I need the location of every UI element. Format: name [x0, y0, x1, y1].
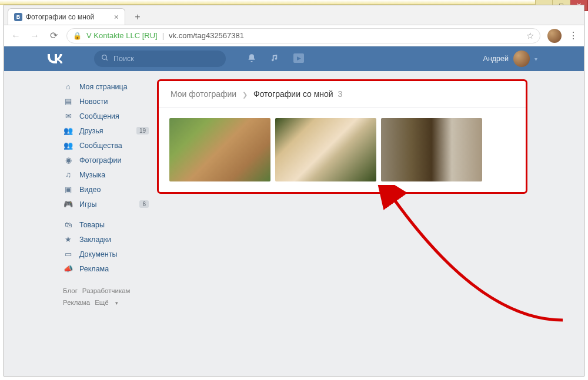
chevron-down-icon: ▾ — [115, 300, 118, 306]
footer-devs-link[interactable]: Разработчикам — [82, 287, 131, 294]
svg-point-0 — [102, 55, 107, 60]
address-bar-row: ← → ⟳ 🔒 V Kontakte LLC [RU] | vk.com/tag… — [4, 25, 584, 46]
star-icon: ★ — [63, 235, 74, 244]
bookmark-star-icon[interactable]: ☆ — [526, 31, 534, 41]
photo-thumbnail[interactable] — [381, 118, 482, 181]
sidebar-item-music[interactable]: ♫Музыка — [61, 167, 149, 182]
note-icon: ♫ — [63, 170, 74, 179]
sidebar-item-games[interactable]: 🎮Игры6 — [61, 197, 149, 211]
megaphone-icon: 📣 — [63, 264, 74, 273]
sidebar-item-documents[interactable]: ▭Документы — [61, 247, 149, 261]
sidebar-item-ads[interactable]: 📣Реклама — [61, 261, 149, 276]
search-input[interactable]: Поиск — [94, 51, 226, 67]
window-titlebar: — □ ✕ — [0, 0, 588, 5]
page-body: ⌂Моя страница ▤Новости ✉Сообщения 👥Друзь… — [4, 71, 584, 376]
tab-strip: B Фотографии со мной × + — [4, 5, 584, 25]
photo-grid — [159, 107, 526, 192]
vk-favicon: B — [14, 13, 22, 21]
footer-ads-link[interactable]: Реклама — [63, 299, 90, 306]
sidebar: ⌂Моя страница ▤Новости ✉Сообщения 👥Друзь… — [61, 79, 149, 376]
address-bar[interactable]: 🔒 V Kontakte LLC [RU] | vk.com/tag432567… — [66, 28, 540, 43]
notifications-icon[interactable] — [247, 53, 256, 65]
photo-count: 3 — [338, 89, 343, 99]
friends-icon: 👥 — [63, 126, 74, 135]
news-icon: ▤ — [63, 97, 74, 106]
chevron-down-icon: ▾ — [534, 56, 537, 62]
breadcrumb: Мои фотографии ❯ Фотографии со мной 3 — [159, 81, 526, 107]
bag-icon: 🛍 — [63, 220, 74, 229]
forward-button[interactable]: → — [29, 31, 41, 41]
play-icon[interactable]: ▶ — [293, 53, 304, 63]
photos-card: Мои фотографии ❯ Фотографии со мной 3 — [157, 79, 527, 194]
content-area: Мои фотографии ❯ Фотографии со мной 3 — [157, 79, 527, 376]
search-icon — [101, 54, 109, 63]
site-org: V Kontakte LLC [RU] — [86, 31, 158, 40]
annotation-arrow — [375, 185, 574, 334]
vk-header: Поиск ▶ Андрей ▾ — [4, 46, 584, 71]
lock-icon: 🔒 — [73, 32, 82, 40]
home-icon: ⌂ — [63, 82, 74, 91]
music-icon[interactable] — [270, 53, 279, 65]
site-url: vk.com/tag432567381 — [169, 31, 244, 40]
browser-menu-icon[interactable]: ⋮ — [569, 30, 578, 41]
video-icon: ▣ — [63, 185, 74, 194]
chevron-right-icon: ❯ — [242, 91, 248, 98]
user-menu[interactable]: Андрей ▾ — [483, 51, 537, 67]
camera-icon: ◉ — [63, 156, 74, 164]
sidebar-item-videos[interactable]: ▣Видео — [61, 182, 149, 197]
breadcrumb-current: Фотографии со мной — [253, 89, 333, 99]
game-icon: 🎮 — [63, 200, 74, 209]
doc-icon: ▭ — [63, 250, 74, 258]
search-placeholder: Поиск — [113, 55, 134, 63]
reload-button[interactable]: ⟳ — [48, 30, 59, 41]
back-button[interactable]: ← — [10, 31, 22, 41]
sidebar-item-bookmarks[interactable]: ★Закладки — [61, 232, 149, 247]
sidebar-item-friends[interactable]: 👥Друзья19 — [61, 123, 149, 138]
vk-logo[interactable] — [44, 52, 65, 66]
messages-icon: ✉ — [63, 112, 74, 120]
sidebar-item-communities[interactable]: 👥Сообщества — [61, 138, 149, 153]
profile-avatar-icon[interactable] — [547, 29, 562, 43]
new-tab-button[interactable]: + — [130, 9, 145, 25]
svg-line-1 — [106, 59, 108, 60]
footer-more-link[interactable]: Ещё ▾ — [95, 299, 123, 306]
sidebar-item-news[interactable]: ▤Новости — [61, 94, 149, 109]
sidebar-footer: БлогРазработчикам РекламаЕщё ▾ — [61, 282, 149, 312]
sidebar-item-messages[interactable]: ✉Сообщения — [61, 109, 149, 123]
sidebar-item-my-page[interactable]: ⌂Моя страница — [61, 79, 149, 94]
breadcrumb-root-link[interactable]: Мои фотографии — [171, 89, 236, 99]
user-avatar — [513, 51, 530, 67]
tab-title: Фотографии со мной — [26, 13, 94, 21]
user-name: Андрей — [483, 55, 509, 63]
photo-thumbnail[interactable] — [169, 118, 270, 181]
sidebar-item-photos[interactable]: ◉Фотографии — [61, 153, 149, 167]
browser-tab[interactable]: B Фотографии со мной × — [8, 8, 125, 25]
tab-close-icon[interactable]: × — [114, 12, 119, 22]
footer-blog-link[interactable]: Блог — [63, 287, 78, 294]
browser-window: B Фотографии со мной × + ← → ⟳ 🔒 V Konta… — [4, 5, 584, 376]
sidebar-item-market[interactable]: 🛍Товары — [61, 217, 149, 232]
photo-thumbnail[interactable] — [275, 118, 376, 181]
group-icon: 👥 — [63, 141, 74, 150]
